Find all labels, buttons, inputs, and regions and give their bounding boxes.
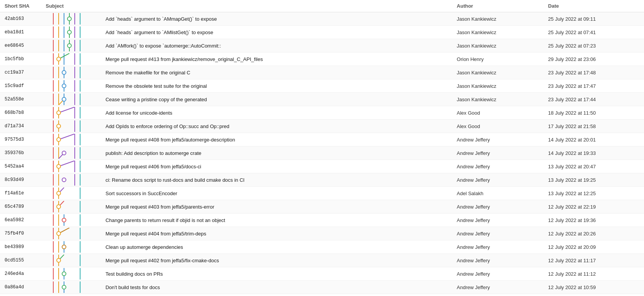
commit-sha[interactable]: 0cd5155 bbox=[0, 254, 41, 267]
commit-sha[interactable]: 359376b bbox=[0, 146, 41, 160]
commit-subject[interactable]: publish: Add description to automerge cr… bbox=[41, 146, 452, 160]
table-row[interactable]: 1bc5fbbMerge pull request #413 from jkan… bbox=[0, 53, 644, 66]
commit-message: Don't build tests for docs bbox=[105, 284, 160, 290]
commit-subject[interactable]: Cease writing a pristine copy of the gen… bbox=[41, 93, 452, 106]
commit-sha[interactable]: 75fb4f0 bbox=[0, 227, 41, 240]
commit-message: Test building docs on PRs bbox=[105, 271, 163, 277]
graph-node bbox=[46, 135, 103, 144]
svg-point-80 bbox=[62, 178, 66, 182]
commit-sha[interactable]: ee68645 bbox=[0, 39, 41, 53]
graph-node bbox=[46, 243, 103, 251]
git-log-table: Short SHA Subject Author Date 42ab163Add… bbox=[0, 0, 644, 294]
svg-point-120 bbox=[62, 285, 66, 289]
table-row[interactable]: 6ea5982Change parents to return result i… bbox=[0, 214, 644, 227]
commit-message: Add `heads` argument to `AMlistGet()` to… bbox=[105, 30, 213, 35]
commit-message: Clean up automerge dependencies bbox=[105, 244, 183, 250]
commit-subject[interactable]: Clean up automerge dependencies bbox=[41, 240, 452, 254]
table-row[interactable]: cc19a37Remove the makefile for the origi… bbox=[0, 66, 644, 79]
commit-message: Merge pull request #402 from jeffa5/fix-… bbox=[105, 258, 219, 263]
table-row[interactable]: 5452aa4Merge pull request #406 from jeff… bbox=[0, 160, 644, 173]
graph-node bbox=[46, 122, 103, 130]
table-row[interactable]: 15c9adfRemove the obsolete test suite fo… bbox=[0, 79, 644, 93]
table-row[interactable]: 668b7b8Add license for unicode-identsAle… bbox=[0, 106, 644, 120]
commit-sha[interactable]: cc19a37 bbox=[0, 66, 41, 79]
commit-subject[interactable]: Add `AMfork()` to expose `automerge::Aut… bbox=[41, 39, 452, 53]
commit-subject[interactable]: Add OpIds to enforce ordering of Op::suc… bbox=[41, 120, 452, 133]
commit-date: 29 July 2022 at 23:06 bbox=[544, 53, 644, 66]
commit-author: Andrew Jeffery bbox=[452, 160, 544, 173]
commit-sha[interactable]: 6ea5982 bbox=[0, 214, 41, 227]
table-row[interactable]: ee68645Add `AMfork()` to expose `automer… bbox=[0, 39, 644, 53]
commit-sha[interactable]: 65c4789 bbox=[0, 200, 41, 214]
graph-node bbox=[46, 256, 103, 265]
commit-author: Adel Salakh bbox=[452, 187, 544, 200]
commit-sha[interactable]: 5452aa4 bbox=[0, 160, 41, 173]
commit-sha[interactable]: f14a61e bbox=[0, 187, 41, 200]
commit-sha[interactable]: 246ed4a bbox=[0, 267, 41, 281]
commit-subject[interactable]: Merge pull request #408 from jeffa5/auto… bbox=[41, 133, 452, 146]
commit-author: Jason Kankiewicz bbox=[452, 26, 544, 39]
svg-point-115 bbox=[62, 272, 66, 276]
table-row[interactable]: f14a61eSort successors in SuccEncoderAde… bbox=[0, 187, 644, 200]
svg-line-51 bbox=[59, 107, 75, 113]
table-row[interactable]: be43989Clean up automerge dependenciesAn… bbox=[0, 240, 644, 254]
graph-node bbox=[46, 270, 103, 278]
table-row[interactable]: 42ab163Add `heads` argument to `AMmapGet… bbox=[0, 12, 644, 26]
commit-author: Jason Kankiewicz bbox=[452, 93, 544, 106]
table-row[interactable]: 97575d3Merge pull request #408 from jeff… bbox=[0, 133, 644, 146]
commit-message: Change parents to return result if objid… bbox=[105, 217, 225, 223]
svg-point-57 bbox=[57, 124, 61, 128]
commit-subject[interactable]: Remove the makefile for the original C bbox=[41, 66, 452, 79]
commit-subject[interactable]: Don't build tests for docs bbox=[41, 281, 452, 294]
commit-sha[interactable]: 8c93d49 bbox=[0, 173, 41, 187]
table-row[interactable]: 75fb4f0Merge pull request #404 from jeff… bbox=[0, 227, 644, 240]
commit-sha[interactable]: d71a734 bbox=[0, 120, 41, 133]
commit-date: 25 July 2022 at 07:41 bbox=[544, 26, 644, 39]
graph-node bbox=[46, 189, 103, 197]
graph-node bbox=[46, 68, 103, 77]
graph-node bbox=[46, 109, 103, 117]
commit-sha[interactable]: 0a86a4d bbox=[0, 281, 41, 294]
commit-sha[interactable]: 42ab163 bbox=[0, 12, 41, 26]
commit-date: 25 July 2022 at 09:11 bbox=[544, 12, 644, 26]
commit-sha[interactable]: eba18d1 bbox=[0, 26, 41, 39]
graph-node bbox=[46, 283, 103, 291]
commit-subject[interactable]: Add `heads` argument to `AMlistGet()` to… bbox=[41, 26, 452, 39]
commit-sha[interactable]: 668b7b8 bbox=[0, 106, 41, 120]
commit-subject[interactable]: ci: Rename docs script to rust-docs and … bbox=[41, 173, 452, 187]
commit-author: Alex Good bbox=[452, 106, 544, 120]
commit-author: Andrew Jeffery bbox=[452, 146, 544, 160]
commit-subject[interactable]: Merge pull request #403 from jeffa5/pare… bbox=[41, 200, 452, 214]
table-row[interactable]: d71a734Add OpIds to enforce ordering of … bbox=[0, 120, 644, 133]
commit-subject[interactable]: Add license for unicode-idents bbox=[41, 106, 452, 120]
commit-subject[interactable]: Remove the obsolete test suite for the o… bbox=[41, 79, 452, 93]
commit-subject[interactable]: Merge pull request #402 from jeffa5/fix-… bbox=[41, 254, 452, 267]
table-row[interactable]: 52a558eCease writing a pristine copy of … bbox=[0, 93, 644, 106]
commit-message: Remove the makefile for the original C bbox=[105, 70, 190, 76]
commit-subject[interactable]: Merge pull request #404 from jeffa5/trim… bbox=[41, 227, 452, 240]
table-row[interactable]: eba18d1Add `heads` argument to `AMlistGe… bbox=[0, 26, 644, 39]
svg-point-85 bbox=[57, 191, 61, 195]
table-row[interactable]: 0cd5155Merge pull request #402 from jeff… bbox=[0, 254, 644, 267]
commit-date: 13 July 2022 at 12:25 bbox=[544, 187, 644, 200]
graph-node bbox=[46, 55, 103, 63]
commit-date: 13 July 2022 at 20:47 bbox=[544, 160, 644, 173]
commit-sha[interactable]: 52a558e bbox=[0, 93, 41, 106]
table-row[interactable]: 65c4789Merge pull request #403 from jeff… bbox=[0, 200, 644, 214]
commit-sha[interactable]: 15c9adf bbox=[0, 79, 41, 93]
commit-subject[interactable]: Add `heads` argument to `AMmapGet()` to … bbox=[41, 12, 452, 26]
table-row[interactable]: 8c93d49ci: Rename docs script to rust-do… bbox=[0, 173, 644, 187]
table-row[interactable]: 0a86a4dDon't build tests for docsAndrew … bbox=[0, 281, 644, 294]
commit-sha[interactable]: be43989 bbox=[0, 240, 41, 254]
commit-subject[interactable]: Merge pull request #406 from jeffa5/docs… bbox=[41, 160, 452, 173]
table-row[interactable]: 246ed4aTest building docs on PRsAndrew J… bbox=[0, 267, 644, 281]
commit-subject[interactable]: Test building docs on PRs bbox=[41, 267, 452, 281]
commit-subject[interactable]: Change parents to return result if objid… bbox=[41, 214, 452, 227]
commit-sha[interactable]: 1bc5fbb bbox=[0, 53, 41, 66]
commit-subject[interactable]: Merge pull request #413 from jkankiewicz… bbox=[41, 53, 452, 66]
commit-sha[interactable]: 97575d3 bbox=[0, 133, 41, 146]
commit-subject[interactable]: Sort successors in SuccEncoder bbox=[41, 187, 452, 200]
graph-node bbox=[46, 28, 103, 36]
table-row[interactable]: 359376bpublish: Add description to autom… bbox=[0, 146, 644, 160]
svg-point-52 bbox=[57, 111, 61, 115]
